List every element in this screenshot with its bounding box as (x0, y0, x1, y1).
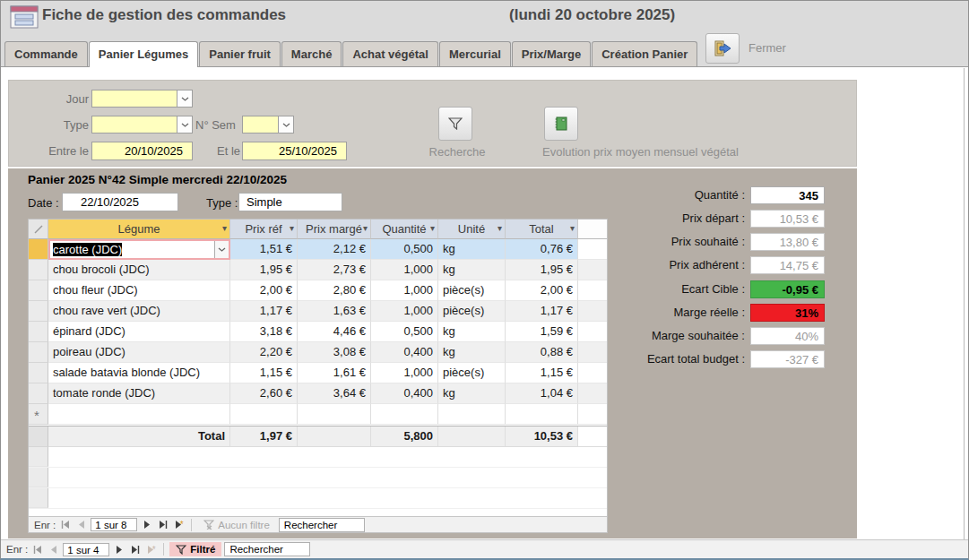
cell-prix-marge[interactable]: 3,64 € (298, 383, 371, 404)
chevron-down-icon[interactable]: ▾ (430, 223, 435, 233)
cell-prix-ref[interactable]: 2,00 € (230, 280, 298, 301)
row-selector[interactable] (29, 239, 48, 260)
cell-prix-marge[interactable]: 1,61 € (298, 363, 371, 383)
fermer-button[interactable] (705, 33, 740, 64)
nsem-combobox[interactable] (242, 116, 294, 134)
cell-prix-ref[interactable]: 1,95 € (230, 260, 298, 280)
cell-total[interactable]: 0,76 € (506, 239, 578, 260)
table-row[interactable]: tomate ronde (JDC) 2,60 € 3,64 € 0,400 k… (29, 383, 607, 404)
column-header-quantite[interactable]: Quantité▾ (371, 220, 438, 239)
cell-quantite[interactable]: 0,500 (371, 322, 438, 342)
cell-prix-marge[interactable]: 2,12 € (298, 239, 371, 260)
tab-prix-marge[interactable]: Prix/Marge (512, 41, 591, 66)
new-record-button[interactable]: * (144, 543, 158, 556)
tab-panier-fruit[interactable]: Panier fruit (199, 41, 281, 66)
cell-legume[interactable]: épinard (JDC) (48, 322, 230, 342)
cell-quantite[interactable]: 1,000 (371, 301, 438, 322)
chevron-down-icon[interactable]: ▾ (497, 223, 502, 233)
chevron-down-icon[interactable] (177, 90, 192, 107)
next-record-button[interactable] (140, 519, 153, 531)
cell-unite[interactable]: pièce(s) (438, 363, 506, 383)
cell-total[interactable]: 1,04 € (506, 383, 578, 404)
tab-achat-vegetal[interactable]: Achat végétal (342, 41, 438, 66)
cell-legume[interactable]: salade batavia blonde (JDC) (48, 363, 230, 383)
type-input[interactable]: Simple (238, 193, 342, 211)
cell-legume[interactable]: tomate ronde (JDC) (48, 383, 230, 404)
first-record-button[interactable] (58, 519, 72, 531)
record-count-box[interactable]: 1 sur 8 (91, 518, 137, 531)
chevron-down-icon[interactable]: ▾ (290, 223, 294, 233)
first-record-button[interactable] (30, 543, 44, 556)
table-row[interactable]: chou rave vert (JDC) 1,17 € 1,63 € 1,000… (29, 301, 607, 322)
cell-prix-ref[interactable]: 2,20 € (230, 342, 298, 363)
cell-unite[interactable]: pièce(s) (438, 301, 506, 322)
main-search-input[interactable]: Rechercher (224, 542, 310, 556)
date-input[interactable]: 22/10/2025 (62, 193, 178, 211)
cell-total[interactable]: 1,17 € (506, 301, 578, 322)
column-header-unite[interactable]: Unité▾ (438, 220, 506, 239)
cell-quantite[interactable]: 1,000 (371, 363, 438, 383)
cell-legume[interactable]: poireau (JDC) (48, 342, 230, 363)
column-header-total[interactable]: Total▾ (506, 220, 578, 239)
cell-prix-marge[interactable]: 2,73 € (298, 260, 371, 280)
quantite-field[interactable]: 345 (750, 186, 825, 204)
chevron-down-icon[interactable] (214, 241, 229, 258)
cell-total[interactable]: 1,15 € (506, 363, 578, 383)
tab-mercurial[interactable]: Mercurial (439, 41, 511, 66)
previous-record-button[interactable] (47, 543, 60, 556)
tab-panier-legumes[interactable]: Panier Légumes (89, 41, 198, 67)
cell-prix-ref[interactable]: 1,17 € (230, 301, 298, 322)
cell-prix-marge[interactable]: 1,63 € (298, 301, 371, 322)
new-record-button[interactable]: * (172, 519, 186, 531)
select-all-corner[interactable] (29, 220, 48, 239)
cell-unite[interactable]: pièce(s) (438, 280, 506, 301)
cell-unite[interactable]: kg (438, 239, 506, 260)
column-header-prix-marge[interactable]: Prix margé▾ (298, 220, 371, 239)
et-le-input[interactable]: 25/10/2025 (242, 142, 347, 160)
cell-total[interactable]: 0,88 € (506, 342, 578, 363)
cell-quantite[interactable]: 0,400 (371, 383, 438, 404)
row-selector[interactable] (29, 280, 48, 301)
cell-quantite[interactable]: 1,000 (371, 260, 438, 280)
chevron-down-icon[interactable] (177, 116, 192, 133)
cell-prix-ref[interactable]: 3,18 € (230, 322, 298, 342)
recherche-button[interactable] (438, 107, 472, 141)
row-selector[interactable] (29, 342, 48, 363)
row-selector[interactable] (29, 322, 48, 342)
cell-legume[interactable]: chou brocoli (JDC) (48, 260, 230, 280)
cell-prix-marge[interactable]: 2,80 € (298, 280, 371, 301)
last-record-button[interactable] (156, 519, 169, 531)
table-row[interactable]: chou fleur (JDC) 2,00 € 2,80 € 1,000 piè… (29, 280, 607, 301)
tab-creation-panier[interactable]: Création Panier (592, 41, 697, 66)
record-count-box[interactable]: 1 sur 4 (63, 543, 109, 556)
table-row[interactable]: carotte (JDC) 1,51 € 2,12 € 0,500 kg 0,7… (29, 239, 607, 260)
new-record-row[interactable]: * (29, 404, 607, 425)
chevron-down-icon[interactable] (278, 116, 293, 133)
cell-legume[interactable]: chou rave vert (JDC) (48, 301, 230, 322)
table-row[interactable]: chou brocoli (JDC) 1,95 € 2,73 € 1,000 k… (29, 260, 607, 280)
tab-marche[interactable]: Marché (281, 41, 342, 66)
cell-total[interactable]: 1,59 € (506, 322, 578, 342)
subform-search-input[interactable]: Rechercher (279, 518, 365, 532)
legume-cell-combo[interactable]: carotte (JDC) (48, 239, 230, 260)
row-selector[interactable] (29, 383, 48, 404)
cell-quantite[interactable]: 1,000 (371, 280, 438, 301)
row-selector[interactable] (29, 301, 48, 322)
table-row[interactable]: salade batavia blonde (JDC) 1,15 € 1,61 … (29, 363, 607, 383)
cell-quantite[interactable]: 0,400 (371, 342, 438, 363)
cell-unite[interactable]: kg (438, 383, 506, 404)
chevron-down-icon[interactable]: ▾ (222, 223, 227, 233)
row-selector[interactable] (29, 260, 48, 280)
cell-prix-ref[interactable]: 2,60 € (230, 383, 298, 404)
cell-unite[interactable]: kg (438, 322, 506, 342)
tab-commande[interactable]: Commande (4, 41, 88, 66)
entre-le-input[interactable]: 20/10/2025 (91, 142, 193, 160)
table-row[interactable]: épinard (JDC) 3,18 € 4,46 € 0,500 kg 1,5… (29, 322, 607, 342)
next-record-button[interactable] (112, 543, 125, 556)
new-record-selector[interactable]: * (29, 404, 48, 425)
cell-unite[interactable]: kg (438, 342, 506, 363)
type-combobox[interactable] (91, 116, 193, 134)
cell-legume[interactable]: chou fleur (JDC) (48, 280, 230, 301)
cell-total[interactable]: 1,95 € (506, 260, 578, 280)
column-header-prix-ref[interactable]: Prix réf▾ (230, 220, 298, 239)
